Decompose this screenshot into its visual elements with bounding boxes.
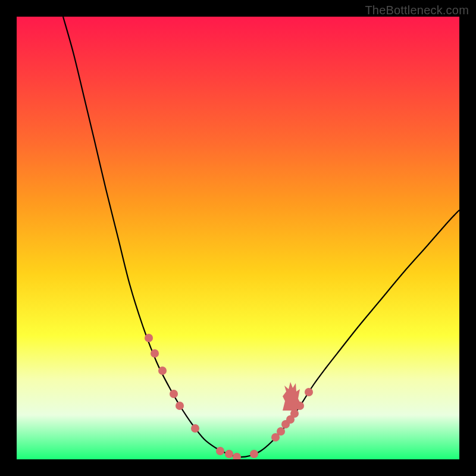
data-marker (225, 450, 233, 458)
data-marker (151, 349, 159, 358)
data-marker (290, 409, 299, 418)
fire-blob (283, 382, 300, 411)
data-marker (305, 388, 313, 396)
watermark-text: TheBottleneck.com (365, 4, 469, 17)
data-marker (170, 390, 178, 398)
data-marker (216, 447, 224, 455)
data-marker (158, 367, 167, 375)
data-marker (277, 427, 285, 436)
gradient-plot-area (17, 17, 459, 459)
data-marker (250, 450, 258, 458)
plot-svg (17, 17, 459, 459)
data-marker (233, 453, 241, 459)
data-marker (145, 334, 153, 342)
bottleneck-curve (63, 17, 459, 457)
fire-blob-shape (283, 382, 300, 411)
data-marker (191, 424, 199, 433)
data-marker (176, 402, 184, 410)
